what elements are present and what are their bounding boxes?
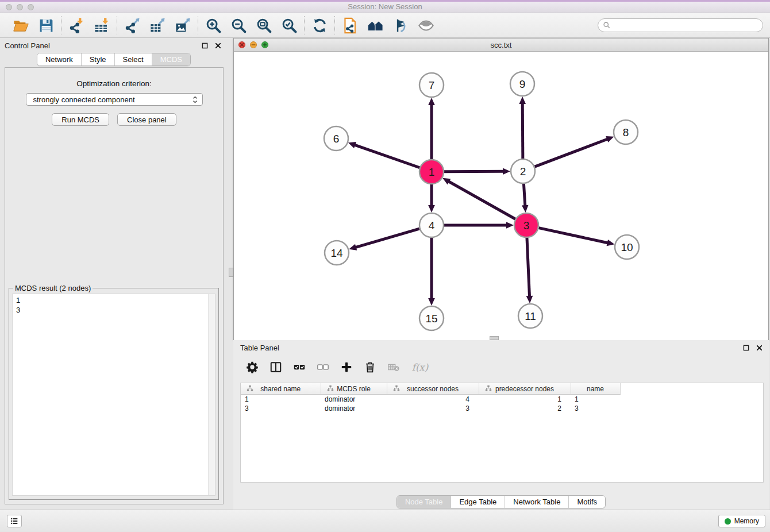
refresh-icon[interactable] bbox=[310, 16, 329, 34]
graph-edge-arrowhead bbox=[506, 222, 514, 229]
tab-network-table[interactable]: Network Table bbox=[505, 496, 568, 508]
window-zoom-icon[interactable] bbox=[261, 41, 268, 48]
control-panel-header: Control Panel bbox=[0, 38, 228, 53]
table-cell[interactable]: 4 bbox=[387, 395, 479, 404]
table-panel-title: Table Panel bbox=[236, 344, 279, 352]
tab-style[interactable]: Style bbox=[81, 53, 114, 65]
import-network-icon[interactable] bbox=[67, 16, 86, 34]
new-network-from-selection-icon[interactable] bbox=[341, 16, 359, 34]
tab-network[interactable]: Network bbox=[37, 53, 81, 65]
table-row[interactable]: 1dominator411 bbox=[241, 395, 620, 404]
column-header-shared-name[interactable]: shared name bbox=[241, 383, 321, 395]
vertical-splitter-grip[interactable] bbox=[229, 268, 233, 277]
graph-edge-3-10[interactable] bbox=[538, 228, 608, 243]
list-icon bbox=[10, 516, 19, 526]
graph-edge-3-11[interactable] bbox=[527, 238, 530, 297]
mcds-result-values: 1 3 bbox=[13, 294, 215, 316]
network-view-window: scc.txt 7968124314101511 bbox=[233, 38, 769, 340]
table-cell[interactable]: 1 bbox=[479, 395, 571, 404]
column-header-mcds-role[interactable]: MCDS role bbox=[321, 383, 387, 395]
select-all-icon[interactable] bbox=[293, 360, 306, 374]
column-panel-icon[interactable] bbox=[270, 360, 282, 374]
save-icon[interactable] bbox=[37, 16, 55, 34]
zoom-out-icon[interactable] bbox=[229, 16, 248, 34]
tab-motifs[interactable]: Motifs bbox=[568, 496, 605, 508]
zoom-selected-icon[interactable] bbox=[280, 16, 298, 34]
open-folder-icon[interactable] bbox=[11, 16, 30, 34]
search-box[interactable] bbox=[598, 18, 763, 32]
table-cell[interactable]: 3 bbox=[241, 404, 321, 413]
table-row[interactable]: 3dominator323 bbox=[241, 404, 620, 413]
column-header-label: MCDS role bbox=[337, 385, 371, 393]
graph-edge-3-1[interactable] bbox=[448, 181, 515, 219]
graph-edge-arrowhead bbox=[522, 205, 529, 213]
horizontal-splitter-grip[interactable] bbox=[490, 336, 499, 340]
graphics-details-icon[interactable] bbox=[391, 16, 410, 34]
column-header-name[interactable]: name bbox=[571, 383, 620, 395]
node-table[interactable]: shared nameMCDS rolesuccessor nodesprede… bbox=[240, 383, 764, 483]
network-window-titlebar[interactable]: scc.txt bbox=[234, 38, 768, 52]
export-network-icon[interactable] bbox=[123, 16, 141, 34]
table-cell[interactable]: 2 bbox=[479, 404, 571, 413]
table-cell[interactable]: 1 bbox=[571, 395, 620, 404]
delete-icon[interactable] bbox=[364, 360, 376, 374]
add-icon[interactable] bbox=[340, 360, 353, 374]
eye-icon[interactable] bbox=[417, 16, 435, 34]
close-panel-button[interactable]: Close panel bbox=[117, 113, 176, 126]
mcds-result-list[interactable]: 1 3 bbox=[12, 294, 215, 496]
float-panel-icon[interactable] bbox=[742, 344, 750, 352]
first-neighbors-icon[interactable] bbox=[366, 16, 384, 34]
network-canvas[interactable]: 7968124314101511 bbox=[234, 52, 768, 341]
tab-node-table[interactable]: Node Table bbox=[397, 496, 451, 508]
function-icon: f(x) bbox=[411, 360, 430, 374]
graph-edge-arrowhead bbox=[428, 205, 435, 213]
graph-edge-2-9[interactable] bbox=[522, 103, 523, 159]
table-cell[interactable]: 1 bbox=[241, 395, 321, 404]
graph-edge-2-8[interactable] bbox=[535, 139, 609, 167]
window-minimize-icon[interactable] bbox=[250, 41, 257, 48]
graph-edge-arrowhead bbox=[519, 97, 526, 104]
memory-button[interactable]: Memory bbox=[718, 515, 765, 527]
close-panel-icon[interactable] bbox=[214, 42, 222, 49]
graph-edge-2-3[interactable] bbox=[523, 184, 525, 206]
column-header-successor-nodes[interactable]: successor nodes bbox=[387, 383, 479, 395]
run-mcds-button[interactable]: Run MCDS bbox=[52, 113, 109, 126]
import-table-icon[interactable] bbox=[93, 16, 111, 34]
export-table-icon[interactable] bbox=[148, 16, 167, 34]
zoom-fit-icon[interactable] bbox=[255, 16, 273, 34]
graph-node-label: 7 bbox=[429, 79, 435, 91]
table-cell[interactable]: 3 bbox=[387, 404, 479, 413]
table-cell[interactable]: 3 bbox=[571, 404, 620, 413]
control-panel-title: Control Panel bbox=[0, 41, 50, 50]
graph-node-label: 2 bbox=[520, 165, 526, 178]
tab-edge-table[interactable]: Edge Table bbox=[451, 496, 505, 508]
column-header-predecessor-nodes[interactable]: predecessor nodes bbox=[479, 383, 571, 395]
graph-node-label: 9 bbox=[519, 78, 526, 90]
graph-edge-1-2[interactable] bbox=[444, 171, 504, 172]
search-input[interactable] bbox=[613, 20, 759, 31]
tab-mcds[interactable]: MCDS bbox=[152, 53, 190, 65]
export-image-icon[interactable] bbox=[174, 16, 192, 34]
float-panel-icon[interactable] bbox=[201, 42, 209, 49]
zoom-in-icon[interactable] bbox=[204, 16, 222, 34]
optimization-criterion-dropdown[interactable]: strongly connected component bbox=[26, 93, 203, 106]
graph-edge-1-6[interactable] bbox=[354, 145, 419, 168]
task-history-button[interactable] bbox=[7, 515, 22, 527]
table-panel: Table Panel f(x) shared nameMCDS rolesuc… bbox=[233, 340, 769, 510]
search-icon bbox=[603, 21, 611, 29]
main-toolbar bbox=[0, 13, 770, 38]
memory-status-dot bbox=[725, 518, 731, 525]
control-panel: Control Panel NetworkStyleSelectMCDS Opt… bbox=[0, 38, 228, 510]
tab-select[interactable]: Select bbox=[114, 53, 152, 65]
graph-node-label: 1 bbox=[429, 166, 435, 178]
table-cell[interactable]: dominator bbox=[321, 395, 387, 404]
scrollbar[interactable] bbox=[208, 294, 215, 495]
graph-edge-arrowhead bbox=[428, 98, 435, 105]
table-cell[interactable]: dominator bbox=[321, 404, 387, 413]
close-panel-icon[interactable] bbox=[756, 344, 763, 352]
window-close-icon[interactable] bbox=[238, 41, 245, 48]
graph-edge-arrowhead bbox=[606, 136, 614, 142]
deselect-all-icon[interactable] bbox=[317, 360, 329, 374]
graph-edge-4-14[interactable] bbox=[355, 229, 419, 248]
gear-icon[interactable] bbox=[246, 360, 259, 374]
